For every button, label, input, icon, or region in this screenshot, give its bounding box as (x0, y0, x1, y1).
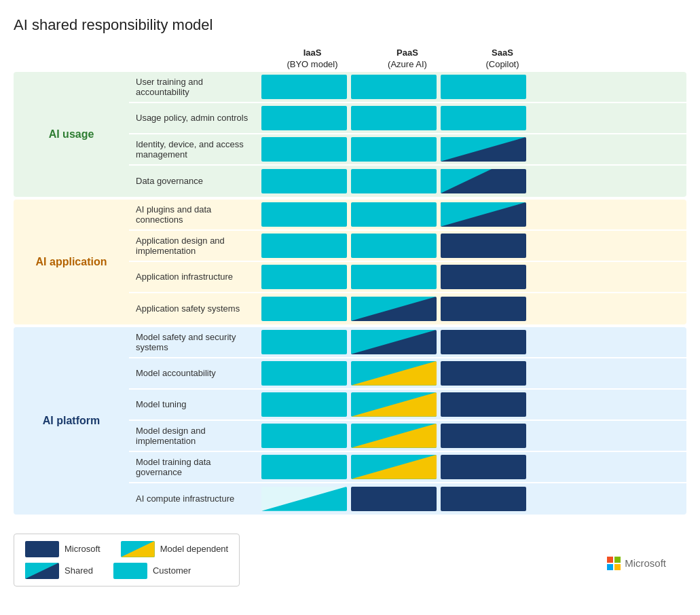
cell-saas (441, 455, 526, 479)
column-headers: IaaS(BYO model) PaaS(Azure AI) SaaS(Copi… (265, 48, 686, 71)
cell-paas (351, 455, 437, 479)
legend-label-microsoft: Microsoft (65, 544, 100, 554)
table-row: Model accountability (129, 358, 686, 390)
table-row: Model tuning (129, 390, 686, 421)
cell-paas (351, 137, 437, 162)
row-label: Identity, device, and access management (129, 135, 261, 164)
legend-swatch-model-dep (121, 541, 155, 557)
cell-iaas (261, 297, 347, 321)
cell-paas (351, 330, 437, 354)
cell-iaas (261, 234, 347, 258)
table-row: Identity, device, and access management (129, 134, 686, 166)
table-row: Data governance (129, 166, 686, 197)
usage-rows: User training and accountability Usage p… (129, 72, 686, 197)
cell-iaas (261, 361, 347, 386)
col-header-paas: PaaS(Azure AI) (360, 48, 455, 71)
row-label: Model training data governance (129, 453, 261, 481)
col-header-iaas: IaaS(BYO model) (265, 48, 360, 71)
row-label: Model tuning (129, 395, 261, 413)
microsoft-logo-text: Microsoft (625, 557, 666, 569)
row-label: AI plugins and data connections (129, 200, 261, 229)
cell-saas (441, 424, 526, 448)
col-header-saas: SaaS(Copilot) (455, 48, 550, 71)
row-label: User training and accountability (129, 73, 261, 101)
application-rows: AI plugins and data connections Applicat… (129, 200, 686, 324)
cells-area (261, 200, 686, 229)
cell-paas (351, 75, 437, 99)
cells-area (261, 452, 686, 482)
row-label: Usage policy, admin controls (129, 109, 261, 127)
legend-label-model-dep: Model dependent (160, 544, 228, 554)
legend-swatch-customer (113, 563, 147, 579)
table-row: Model design and implementation (129, 421, 686, 452)
section-platform: AI platform Model safety and security sy… (14, 327, 686, 515)
section-label-application: AI application (14, 200, 129, 324)
cell-iaas (261, 265, 347, 289)
microsoft-logo-grid (607, 557, 621, 570)
cells-area (261, 358, 686, 388)
cell-paas (351, 424, 437, 448)
cell-paas (351, 234, 437, 258)
cell-paas (351, 487, 437, 511)
table-row: Application safety systems (129, 293, 686, 324)
legend-model-dep: Model dependent (121, 541, 228, 557)
cell-saas (441, 106, 526, 130)
table-row: Model safety and security systems (129, 327, 686, 358)
cell-saas (441, 392, 526, 417)
ms-grid-green (614, 557, 621, 563)
cell-iaas (261, 392, 347, 417)
table-row: Application design and implementation (129, 231, 686, 262)
cells-area (261, 166, 686, 196)
section-label-platform: AI platform (14, 327, 129, 515)
legend-row-1: Microsoft Model dependent (25, 541, 228, 557)
row-label: Model accountability (129, 364, 261, 382)
cell-saas (441, 202, 526, 227)
section-application: AI application AI plugins and data conne… (14, 200, 686, 324)
legend: Microsoft Model dependent Shared Custome… (14, 534, 240, 586)
cell-saas (441, 361, 526, 386)
section-label-usage: AI usage (14, 72, 129, 197)
cell-iaas (261, 137, 347, 162)
cell-paas (351, 106, 437, 130)
microsoft-logo: Microsoft (607, 557, 666, 570)
cell-saas (441, 487, 526, 511)
cells-area (261, 421, 686, 451)
cells-area (261, 72, 686, 102)
table-row: Application infrastructure (129, 262, 686, 293)
legend-row-2: Shared Customer (25, 563, 228, 579)
cells-area (261, 134, 686, 164)
cell-saas (441, 297, 526, 321)
legend-shared: Shared (25, 563, 93, 579)
cell-iaas (261, 330, 347, 354)
cell-iaas (261, 487, 347, 511)
row-label: AI compute infrastructure (129, 489, 261, 508)
table-row: AI plugins and data connections (129, 200, 686, 231)
cell-iaas (261, 169, 347, 193)
row-label: Application design and implementation (129, 231, 261, 260)
page-title: AI shared responsibility model (14, 16, 686, 34)
cells-area (261, 262, 686, 292)
ms-grid-blue (607, 564, 613, 570)
table-row: AI compute infrastructure (129, 483, 686, 515)
row-label: Data governance (129, 172, 261, 190)
cell-paas (351, 265, 437, 289)
legend-swatch-microsoft (25, 541, 59, 557)
table-row: User training and accountability (129, 72, 686, 103)
cell-paas (351, 297, 437, 321)
row-label: Model design and implementation (129, 422, 261, 450)
row-label: Model safety and security systems (129, 328, 261, 356)
cell-iaas (261, 106, 347, 130)
cell-iaas (261, 424, 347, 448)
cell-iaas (261, 202, 347, 227)
table-row: Model training data governance (129, 452, 686, 483)
ms-grid-yellow (614, 564, 621, 570)
platform-rows: Model safety and security systems Model … (129, 327, 686, 515)
legend-microsoft: Microsoft (25, 541, 100, 557)
cell-saas (441, 75, 526, 99)
legend-label-shared: Shared (65, 565, 93, 576)
cells-area (261, 103, 686, 133)
main-table: AI usage User training and accountabilit… (14, 72, 686, 515)
cells-area (261, 231, 686, 261)
section-usage: AI usage User training and accountabilit… (14, 72, 686, 197)
cells-area (261, 294, 686, 324)
